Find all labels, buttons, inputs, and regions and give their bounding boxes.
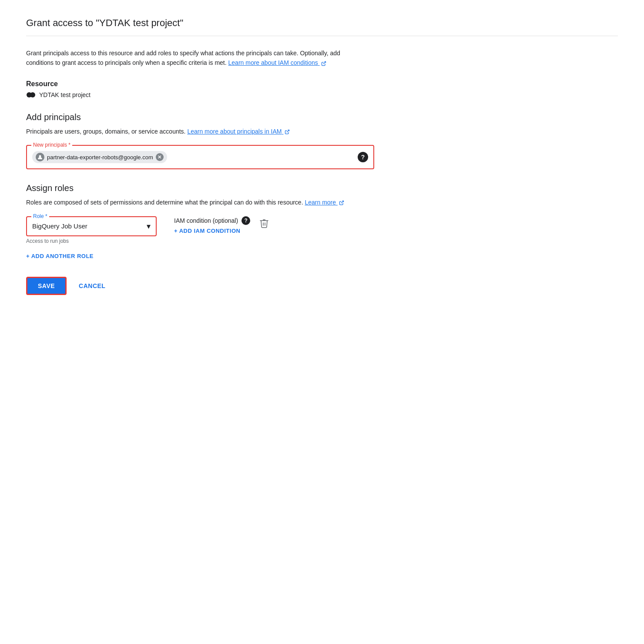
actions-row: SAVE CANCEL — [26, 277, 618, 295]
chip-close-button[interactable]: ✕ — [156, 153, 164, 161]
new-principals-label: New principals * — [31, 142, 72, 148]
principals-link-text: Learn more about principals in IAM — [187, 128, 282, 135]
svg-line-3 — [287, 130, 289, 133]
principals-iam-link[interactable]: Learn more about principals in IAM — [187, 128, 290, 135]
role-hint: Access to run jobs — [26, 238, 157, 244]
principals-desc-text: Principals are users, groups, domains, o… — [26, 128, 186, 135]
add-principals-section: Add principals Principals are users, gro… — [26, 112, 618, 169]
iam-conditions-link[interactable]: Learn more about IAM conditions — [228, 59, 326, 66]
assign-roles-heading: Assign roles — [26, 183, 618, 193]
role-dropdown-arrow-icon: ▾ — [147, 221, 151, 231]
external-link-icon — [321, 61, 326, 66]
svg-point-2 — [30, 92, 35, 97]
roles-desc-text: Roles are composed of sets of permission… — [26, 199, 303, 206]
add-iam-label: + ADD IAM CONDITION — [174, 228, 240, 234]
page-title: Grant access to "YDTAK test project" — [26, 17, 618, 36]
chip-avatar-icon — [36, 153, 44, 161]
role-select-value: BigQuery Job User — [32, 222, 87, 230]
new-principals-input-group[interactable]: New principals * partner-data-exporter-r… — [26, 145, 374, 169]
principals-description: Principals are users, groups, domains, o… — [26, 127, 366, 136]
resource-name: YDTAK test project — [39, 91, 91, 98]
add-another-role-button[interactable]: + ADD ANOTHER ROLE — [26, 253, 618, 259]
add-principals-heading: Add principals — [26, 112, 618, 122]
add-another-role-label: + ADD ANOTHER ROLE — [26, 253, 94, 259]
principals-help-icon[interactable]: ? — [358, 152, 368, 162]
svg-line-5 — [341, 201, 344, 204]
iam-conditions-link-text: Learn more about IAM conditions — [228, 59, 318, 66]
principal-chip: partner-data-exporter-robots@google.com … — [32, 151, 167, 163]
roles-external-icon — [339, 200, 344, 205]
role-select-group: Role * BigQuery Job User ▾ Access to run… — [26, 216, 157, 244]
principals-input-inner: partner-data-exporter-robots@google.com … — [32, 151, 368, 163]
iam-condition-label: IAM condition (optional) — [174, 217, 238, 224]
save-button[interactable]: SAVE — [26, 277, 67, 295]
resource-item: YDTAK test project — [26, 91, 618, 98]
iam-condition-row: IAM condition (optional) ? + ADD IAM CON… — [174, 216, 271, 234]
iam-condition-group: IAM condition (optional) ? + ADD IAM CON… — [174, 216, 250, 234]
principals-external-icon — [285, 129, 290, 134]
role-select-label: Role * — [31, 213, 49, 219]
role-select-inner[interactable]: BigQuery Job User ▾ — [32, 221, 151, 231]
svg-line-0 — [323, 61, 326, 64]
add-iam-condition-button[interactable]: + ADD IAM CONDITION — [174, 228, 250, 234]
description-text: Grant principals access to this resource… — [26, 48, 366, 68]
svg-point-4 — [39, 155, 41, 158]
resource-icon — [26, 91, 36, 98]
resource-label: Resource — [26, 80, 618, 88]
resource-section: Resource YDTAK test project — [26, 80, 618, 98]
chip-value: partner-data-exporter-robots@google.com — [47, 154, 153, 161]
cancel-button[interactable]: CANCEL — [72, 278, 112, 294]
role-row: Role * BigQuery Job User ▾ Access to run… — [26, 216, 618, 244]
roles-description: Roles are composed of sets of permission… — [26, 198, 366, 207]
roles-learn-more-link[interactable]: Learn more — [305, 199, 344, 206]
role-select-box[interactable]: Role * BigQuery Job User ▾ — [26, 216, 157, 236]
iam-condition-header: IAM condition (optional) ? — [174, 216, 250, 225]
delete-role-button[interactable] — [257, 216, 271, 230]
assign-roles-section: Assign roles Roles are composed of sets … — [26, 183, 618, 259]
roles-link-text: Learn more — [305, 199, 336, 206]
iam-help-icon[interactable]: ? — [242, 216, 250, 225]
